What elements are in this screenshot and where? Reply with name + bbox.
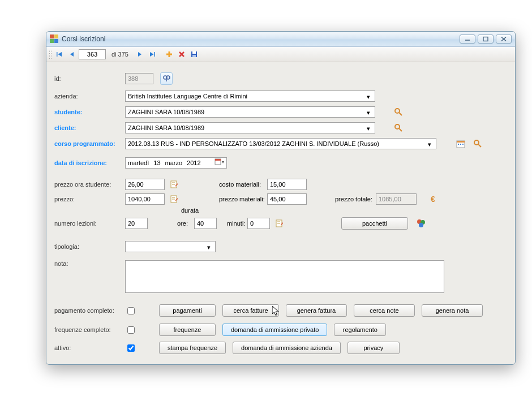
prezzo-label: prezzo: — [54, 196, 125, 202]
edit-durata-button[interactable] — [274, 218, 285, 228]
svg-rect-25 — [457, 141, 465, 143]
search-cliente-button[interactable] — [393, 123, 404, 133]
cliente-select[interactable]: ZAGHINI SARA 10/08/1989 ▾ — [125, 122, 375, 133]
tipologia-label: tipologia: — [54, 243, 125, 250]
calendar-corso-button[interactable] — [456, 139, 466, 149]
prezzo-ora-label: prezzo ora studente: — [54, 181, 125, 188]
id-label: id: — [54, 75, 125, 82]
titlebar: Corsi iscrizioni — [46, 32, 515, 47]
svg-marker-8 — [150, 52, 154, 57]
tipologia-select[interactable]: ▾ — [125, 241, 216, 252]
stampa-frequenze-button[interactable]: stampa frequenze — [159, 342, 226, 354]
record-nav-toolbar: di 375 — [46, 47, 515, 62]
calendar-dropdown-icon — [214, 158, 225, 167]
svg-point-30 — [474, 140, 479, 145]
minimize-button[interactable] — [460, 34, 475, 44]
euro-icon: € — [428, 194, 438, 204]
corso-label[interactable]: corso programmato: — [54, 140, 125, 147]
chevron-down-icon: ▾ — [364, 109, 373, 117]
record-position-input[interactable] — [79, 49, 106, 59]
search-studente-button[interactable] — [393, 107, 404, 117]
chevron-down-icon: ▾ — [204, 243, 213, 251]
nota-field[interactable] — [125, 260, 444, 293]
edit-prezzo-ora-button[interactable] — [169, 179, 179, 189]
studente-label[interactable]: studente: — [54, 109, 125, 115]
svg-line-23 — [399, 128, 402, 131]
svg-point-22 — [395, 124, 400, 129]
last-record-button[interactable] — [147, 49, 158, 60]
prezzo-ora-field[interactable] — [125, 179, 165, 190]
genera-nota-button[interactable]: genera nota — [422, 304, 483, 317]
cerca-fatture-button[interactable]: cerca fatture — [222, 304, 279, 317]
ore-label: ore: — [177, 220, 194, 227]
prev-record-button[interactable] — [66, 49, 78, 60]
svg-rect-27 — [458, 144, 459, 145]
find-id-button[interactable] — [160, 72, 173, 85]
frequenze-completo-checkbox[interactable] — [127, 326, 135, 334]
ore-field[interactable] — [194, 218, 217, 229]
chevron-down-icon: ▾ — [364, 124, 373, 132]
svg-rect-4 — [57, 52, 58, 57]
data-iscrizione-label[interactable]: data di iscrizione: — [54, 159, 125, 166]
prezzo-materiali-field[interactable] — [267, 193, 307, 205]
prezzo-totale-label: prezzo totale: — [335, 196, 376, 202]
durata-label: durata — [181, 207, 199, 214]
numero-lezioni-label: numero lezioni: — [54, 220, 125, 227]
add-record-button[interactable] — [164, 49, 175, 60]
attivo-label: attivo: — [54, 344, 125, 351]
pagamenti-button[interactable]: pagamenti — [159, 304, 216, 317]
pacchetti-button[interactable]: pacchetti — [341, 217, 408, 230]
svg-marker-5 — [58, 52, 62, 57]
svg-point-20 — [395, 109, 400, 113]
chevron-down-icon: ▾ — [364, 93, 373, 101]
minuti-label: minuti: — [227, 220, 247, 227]
form-area: id: azienda: British Institutes Language… — [46, 62, 515, 364]
frequenze-completo-label: frequenze completo: — [54, 326, 125, 333]
svg-rect-29 — [462, 144, 464, 145]
delete-record-button[interactable] — [176, 49, 187, 60]
azienda-select[interactable]: British Institutes Language Centre di Ri… — [125, 90, 375, 102]
numero-lezioni-field[interactable] — [125, 218, 148, 229]
toolbar-grip — [49, 49, 52, 59]
chevron-down-icon: ▾ — [425, 140, 434, 148]
domanda-azienda-button[interactable]: domanda di ammissione azienda — [233, 342, 341, 354]
prezzo-field[interactable] — [125, 193, 165, 205]
regolamento-button[interactable]: regolamento — [334, 324, 386, 336]
frequenze-button[interactable]: frequenze — [159, 324, 216, 336]
pacchetti-icon[interactable] — [416, 218, 426, 228]
first-record-button[interactable] — [54, 49, 65, 60]
svg-rect-1 — [483, 37, 488, 41]
search-corso-button[interactable] — [473, 139, 483, 149]
svg-marker-7 — [138, 52, 141, 57]
svg-marker-34 — [222, 161, 224, 163]
privacy-button[interactable]: privacy — [347, 342, 400, 354]
pagamento-completo-checkbox[interactable] — [127, 307, 135, 314]
svg-rect-15 — [192, 51, 196, 54]
maximize-button[interactable] — [478, 34, 494, 44]
prezzo-totale-field — [376, 193, 417, 205]
cliente-label[interactable]: cliente: — [54, 124, 125, 131]
domanda-privato-button[interactable]: domanda di ammissione privato — [222, 324, 327, 336]
app-window: Corsi iscrizioni di 375 — [46, 31, 516, 365]
costo-materiali-field[interactable] — [267, 179, 307, 190]
attivo-checkbox[interactable] — [127, 344, 135, 352]
studente-select[interactable]: ZAGHINI SARA 10/08/1989 ▾ — [125, 106, 375, 118]
cerca-note-button[interactable]: cerca note — [354, 304, 415, 317]
azienda-label: azienda: — [54, 93, 125, 100]
genera-fattura-button[interactable]: genera fattura — [286, 304, 347, 317]
edit-prezzo-button[interactable] — [169, 194, 179, 204]
next-record-button[interactable] — [134, 49, 145, 60]
close-button[interactable] — [496, 34, 512, 44]
svg-line-21 — [399, 113, 402, 115]
record-total-text: di 375 — [107, 51, 133, 58]
svg-line-31 — [478, 144, 481, 147]
save-record-button[interactable] — [188, 49, 200, 60]
id-field — [125, 73, 153, 84]
minuti-field[interactable] — [247, 218, 270, 229]
corso-select[interactable]: 2012.03.13 RUS - IND PERSONALIZZATO 13/0… — [125, 138, 436, 149]
date-picker[interactable]: martedì 13 marzo 2012 — [125, 157, 227, 169]
studente-value: ZAGHINI SARA 10/08/1989 — [128, 109, 204, 115]
svg-rect-9 — [154, 52, 155, 57]
nota-label: nota: — [54, 260, 125, 267]
corso-value: 2012.03.13 RUS - IND PERSONALIZZATO 13/0… — [128, 140, 379, 147]
